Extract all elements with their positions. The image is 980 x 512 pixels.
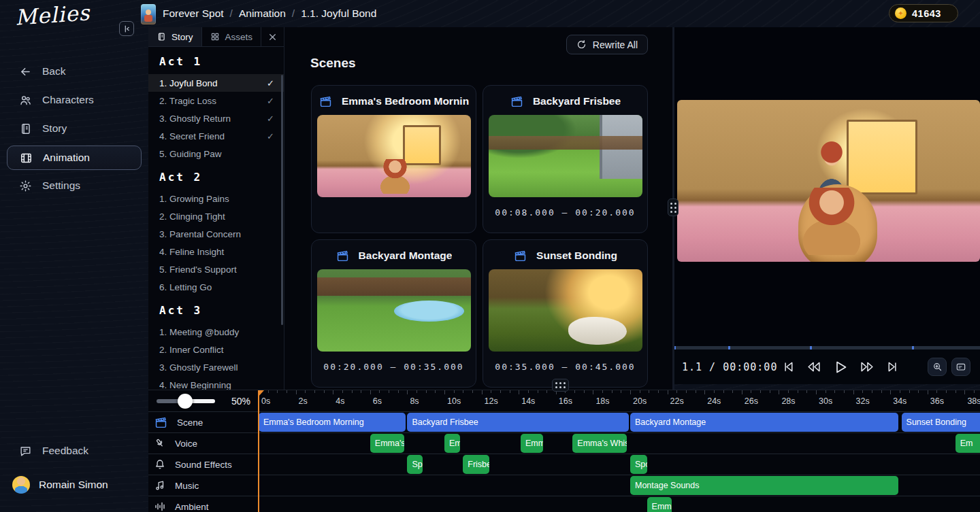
timeline-clip[interactable]: Montage Sounds — [630, 476, 898, 495]
story-scene-item[interactable]: 4. New Beginning — [148, 376, 284, 390]
timeline-resize-handle[interactable] — [552, 379, 569, 392]
story-scene-item[interactable]: 2. Tragic Loss✓ — [148, 92, 284, 109]
rewind-button[interactable] — [806, 360, 822, 374]
zoom-slider-knob[interactable] — [178, 394, 193, 409]
scene-thumbnail[interactable] — [489, 115, 642, 197]
ruler-label: 12s — [485, 396, 498, 406]
scene-cards: Emma's Bedroom MorningBackyard Frisbee00… — [311, 85, 648, 388]
scene-timecode: 00:35.000 – 00:45.000 — [483, 362, 647, 372]
breadcrumb-separator: / — [230, 7, 233, 20]
story-scene-label: 3. Ghostly Farewell — [159, 362, 274, 373]
ruler-label: 30s — [819, 396, 832, 406]
story-scene-item[interactable]: 5. Friend's Support — [148, 260, 284, 278]
track-header-ambient[interactable]: Ambient — [148, 496, 259, 512]
rewrite-all-button[interactable]: Rewrite All — [566, 35, 648, 54]
zoom-in-icon — [932, 362, 943, 372]
story-scene-item[interactable]: 4. Secret Friend✓ — [148, 127, 284, 145]
skip-forward-button[interactable] — [885, 360, 900, 374]
sidebar-item-settings[interactable]: Settings — [0, 175, 148, 196]
timeline-ruler[interactable]: 0s2s4s6s8s10s12s14s16s18s20s22s24s26s28s… — [259, 390, 980, 412]
story-scene-item[interactable]: 3. Ghostly Return✓ — [148, 109, 284, 127]
fast-forward-button[interactable] — [859, 360, 875, 374]
story-scene-label: 1. Joyful Bond — [159, 78, 267, 88]
credits-badge[interactable]: ✦ 41643 — [889, 4, 958, 22]
feedback-button[interactable]: Feedback — [0, 441, 148, 461]
grid-icon — [210, 32, 220, 41]
app-logo: Melies — [14, 0, 91, 30]
timeline-clip[interactable]: Backyard Frisbee — [407, 413, 629, 432]
timeline-clip[interactable]: Sunset Bonding — [902, 413, 980, 432]
tab-assets[interactable]: Assets — [202, 27, 262, 46]
breadcrumb-scene[interactable]: 1.1. Joyful Bond — [301, 7, 376, 20]
sidebar-item-label: Settings — [42, 180, 80, 192]
ruler-label: 24s — [707, 396, 721, 406]
track-header-scene[interactable]: Scene — [148, 412, 259, 433]
timeline-clip[interactable]: Emm — [444, 434, 460, 453]
track-header-music[interactable]: Music — [148, 475, 259, 496]
timeline-clip[interactable]: Emma's — [370, 434, 404, 453]
skip-back-icon — [781, 360, 796, 374]
scene-card[interactable]: Sunset Bonding00:35.000 – 00:45.000 — [483, 239, 648, 388]
microphone-icon — [154, 437, 166, 449]
video-preview-frame[interactable] — [677, 100, 980, 262]
story-panel-scrollbar[interactable] — [281, 75, 283, 325]
playhead-line[interactable] — [258, 390, 259, 512]
sidebar-item-animation[interactable]: Animation — [7, 146, 142, 170]
check-icon: ✓ — [267, 78, 274, 88]
story-panel: Story Assets Act 11. Joyful Bond✓2. Trag… — [148, 27, 284, 390]
view-buttons — [928, 358, 970, 376]
story-scene-item[interactable]: 1. Joyful Bond✓ — [148, 74, 284, 92]
story-scene-item[interactable]: 4. Feline Insight — [148, 243, 284, 260]
timeline-clip[interactable]: Spo — [407, 455, 423, 474]
breadcrumb-separator: / — [292, 7, 295, 20]
user-menu[interactable]: Romain Simon — [0, 475, 148, 495]
close-panel-button[interactable] — [261, 27, 284, 46]
collapse-sidebar-button[interactable] — [119, 21, 134, 36]
sidebar-item-story[interactable]: Story — [0, 118, 148, 139]
timeline-tracks-area: 0s2s4s6s8s10s12s14s16s18s20s22s24s26s28s… — [259, 390, 980, 512]
story-scene-item[interactable]: 3. Parental Concern — [148, 225, 284, 243]
panel-resize-handle[interactable] — [668, 199, 679, 216]
timeline-clip[interactable]: Emma's Bedroom Morning — [259, 413, 406, 432]
music-note-icon — [154, 479, 166, 492]
display-settings-button[interactable] — [951, 358, 970, 376]
timeline-clip[interactable]: Frisbe — [463, 455, 489, 474]
timeline-clip[interactable]: Emma — [521, 434, 543, 453]
story-scene-label: 2. Tragic Loss — [159, 96, 267, 106]
scene-card[interactable]: Backyard Frisbee00:08.000 – 00:20.000 — [483, 85, 648, 233]
timeline-clip[interactable]: Em — [956, 434, 980, 453]
ruler-label: 16s — [559, 396, 572, 406]
project-thumbnail[interactable] — [141, 4, 156, 24]
story-scene-item[interactable]: 2. Clinging Tight — [148, 207, 284, 225]
scenes-title: Scenes — [310, 56, 356, 71]
timeline-clip[interactable]: Spo — [630, 455, 647, 474]
timeline-clip[interactable]: Emma — [647, 497, 672, 512]
story-scene-item[interactable]: 1. Meeting @buddy — [148, 323, 284, 341]
scene-thumbnail[interactable] — [317, 269, 471, 352]
scene-card-header: Backyard Montage — [312, 248, 476, 264]
tab-story[interactable]: Story — [148, 27, 202, 46]
zoom-in-button[interactable] — [928, 358, 947, 376]
scene-card[interactable]: Emma's Bedroom Morning — [311, 85, 476, 233]
story-scene-item[interactable]: 5. Guiding Paw — [148, 145, 284, 163]
track-header-sound-effects[interactable]: Sound Effects — [148, 454, 259, 475]
skip-back-button[interactable] — [781, 360, 796, 374]
scene-thumbnail[interactable] — [489, 269, 642, 352]
credits-count: 41643 — [912, 8, 941, 19]
scene-card[interactable]: Backyard Montage00:20.000 – 00:35.000 — [311, 239, 476, 388]
sidebar-item-characters[interactable]: Characters — [0, 90, 148, 110]
story-scene-item[interactable]: 3. Ghostly Farewell — [148, 358, 284, 376]
story-scene-item[interactable]: 1. Growing Pains — [148, 190, 284, 207]
timeline-clip[interactable]: Backyard Montage — [630, 413, 898, 432]
breadcrumb-project[interactable]: Forever Spot — [163, 7, 224, 20]
play-button[interactable] — [832, 359, 849, 375]
story-scene-item[interactable]: 2. Inner Conflict — [148, 341, 284, 358]
ruler-label: 38s — [967, 396, 980, 406]
timeline-clip[interactable]: Emma's Whis — [572, 434, 627, 453]
sidebar-item-back[interactable]: Back — [0, 61, 148, 82]
timeline-zoom-slider[interactable] — [157, 398, 215, 404]
breadcrumb-section[interactable]: Animation — [239, 7, 286, 20]
track-header-voice[interactable]: Voice — [148, 433, 259, 454]
story-scene-item[interactable]: 6. Letting Go — [148, 278, 284, 296]
scene-thumbnail[interactable] — [317, 115, 471, 197]
